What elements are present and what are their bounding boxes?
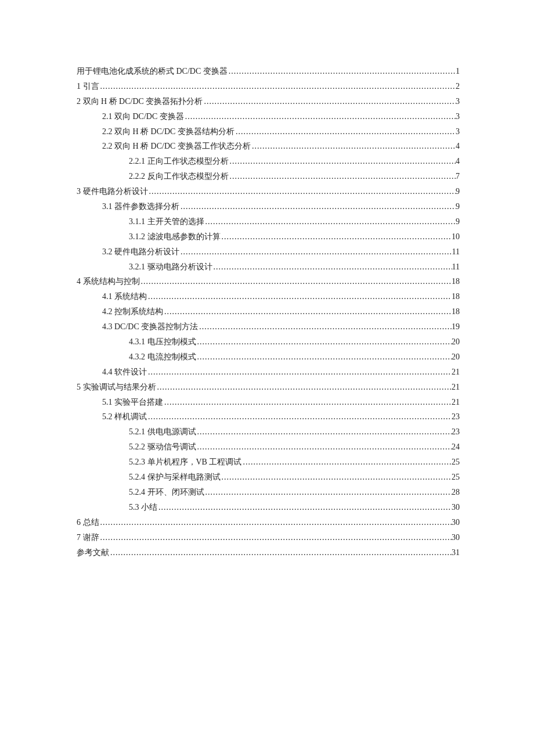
- toc-entry-page: 23: [452, 424, 460, 440]
- toc-dot-leader: [196, 440, 452, 455]
- toc-dot-leader: [163, 304, 452, 319]
- toc-entry-label: 2.2.2 反向工作状态模型分析: [129, 169, 229, 184]
- toc-entry-label: 1 引言: [77, 79, 99, 94]
- toc-entry-label: 6 总结: [77, 515, 99, 530]
- toc-dot-leader: [204, 214, 456, 229]
- toc-entry-page: 1: [456, 64, 460, 79]
- toc-entry[interactable]: 4.3.1 电压控制模式20: [77, 334, 460, 350]
- toc-entry-label: 4.3.1 电压控制模式: [129, 334, 196, 350]
- toc-dot-leader: [221, 229, 452, 244]
- toc-dot-leader: [196, 350, 452, 365]
- toc-dot-leader: [148, 184, 456, 199]
- toc-entry[interactable]: 4.3.2 电流控制模式20: [77, 350, 460, 365]
- toc-entry[interactable]: 5.2.4 保护与采样电路测试25: [77, 470, 460, 485]
- toc-entry[interactable]: 6 总结30: [77, 515, 460, 530]
- toc-entry-page: 19: [452, 319, 460, 334]
- toc-dot-leader: [241, 455, 452, 470]
- toc-entry[interactable]: 4.3 DC/DC 变换器控制方法19: [77, 319, 460, 334]
- toc-dot-leader: [99, 515, 452, 530]
- toc-entry-page: 21: [452, 380, 460, 395]
- toc-entry[interactable]: 4.1 系统结构18: [77, 289, 460, 304]
- toc-entry-label: 参考文献: [77, 545, 109, 560]
- toc-entry-label: 5.2.1 供电电源调试: [129, 424, 196, 440]
- toc-entry-label: 3.1.1 主开关管的选择: [129, 214, 204, 229]
- toc-dot-leader: [212, 260, 452, 275]
- toc-entry[interactable]: 2.2 双向 H 桥 DC/DC 变换器结构分析3: [77, 124, 460, 139]
- toc-entry[interactable]: 5.2.2 驱动信号调试24: [77, 440, 460, 455]
- toc-entry-page: 28: [452, 485, 460, 500]
- toc-entry[interactable]: 3 硬件电路分析设计9: [77, 184, 460, 199]
- toc-entry[interactable]: 7 谢辞30: [77, 530, 460, 545]
- toc-dot-leader: [140, 274, 452, 289]
- toc-entry-page: 11: [452, 260, 460, 275]
- toc-entry-page: 18: [452, 304, 460, 319]
- toc-entry-label: 2.1 双向 DC/DC 变换器: [102, 109, 184, 124]
- toc-dot-leader: [221, 470, 452, 485]
- toc-entry[interactable]: 1 引言2: [77, 79, 460, 94]
- toc-entry-label: 2.2 双向 H 桥 DC/DC 变换器工作状态分析: [102, 139, 251, 154]
- toc-dot-leader: [163, 395, 452, 410]
- toc-entry[interactable]: 2.2 双向 H 桥 DC/DC 变换器工作状态分析4: [77, 139, 460, 154]
- toc-entry-label: 7 谢辞: [77, 530, 99, 545]
- toc-entry-page: 2: [456, 79, 460, 94]
- toc-dot-leader: [251, 139, 456, 154]
- toc-entry[interactable]: 2.2.2 反向工作状态模型分析7: [77, 169, 460, 184]
- toc-dot-leader: [203, 94, 456, 109]
- toc-entry-label: 3.2 硬件电路分析设计: [102, 244, 179, 260]
- toc-entry-label: 4 系统结构与控制: [77, 274, 140, 289]
- toc-dot-leader: [204, 485, 452, 500]
- toc-dot-leader: [196, 424, 452, 440]
- toc-entry-page: 3: [456, 109, 460, 124]
- toc-dot-leader: [109, 545, 452, 560]
- toc-entry[interactable]: 4.4 软件设计21: [77, 365, 460, 380]
- toc-entry-page: 23: [452, 409, 460, 424]
- toc-entry[interactable]: 5.3 小结30: [77, 500, 460, 515]
- toc-entry-page: 3: [456, 94, 460, 109]
- toc-entry-label: 2.2 双向 H 桥 DC/DC 变换器结构分析: [102, 124, 234, 139]
- toc-dot-leader: [179, 199, 456, 214]
- toc-entry[interactable]: 4.2 控制系统结构18: [77, 304, 460, 319]
- toc-entry[interactable]: 参考文献31: [77, 545, 460, 560]
- toc-entry[interactable]: 5.2.1 供电电源调试23: [77, 424, 460, 440]
- toc-entry-label: 4.2 控制系统结构: [102, 304, 163, 319]
- toc-entry[interactable]: 2.1 双向 DC/DC 变换器3: [77, 109, 460, 124]
- toc-entry[interactable]: 3.2 硬件电路分析设计11: [77, 244, 460, 260]
- toc-entry[interactable]: 5.2.3 单片机程序，VB 工程调试25: [77, 455, 460, 470]
- table-of-contents: 用于锂电池化成系统的桥式 DC/DC 变换器11 引言22 双向 H 桥 DC/…: [77, 64, 460, 560]
- toc-entry-page: 25: [452, 470, 460, 485]
- toc-entry-label: 4.3 DC/DC 变换器控制方法: [102, 319, 198, 334]
- toc-dot-leader: [179, 244, 452, 260]
- toc-dot-leader: [147, 289, 452, 304]
- toc-entry[interactable]: 2.2.1 正向工作状态模型分析4: [77, 154, 460, 169]
- toc-entry[interactable]: 3.1.1 主开关管的选择9: [77, 214, 460, 229]
- toc-dot-leader: [147, 409, 452, 424]
- toc-entry[interactable]: 2 双向 H 桥 DC/DC 变换器拓扑分析3: [77, 94, 460, 109]
- toc-entry[interactable]: 5.2.4 开环、闭环测试28: [77, 485, 460, 500]
- toc-entry[interactable]: 4 系统结构与控制18: [77, 274, 460, 289]
- toc-entry-label: 4.1 系统结构: [102, 289, 147, 304]
- toc-entry-page: 18: [452, 289, 460, 304]
- toc-entry-label: 3.2.1 驱动电路分析设计: [129, 260, 212, 275]
- toc-entry[interactable]: 3.1 器件参数选择分析9: [77, 199, 460, 214]
- toc-dot-leader: [229, 169, 456, 184]
- toc-entry[interactable]: 3.1.2 滤波电感参数的计算10: [77, 229, 460, 244]
- toc-entry[interactable]: 5 实验调试与结果分析21: [77, 380, 460, 395]
- toc-entry[interactable]: 用于锂电池化成系统的桥式 DC/DC 变换器1: [77, 64, 460, 79]
- toc-entry-label: 3.1.2 滤波电感参数的计算: [129, 229, 221, 244]
- toc-entry-page: 9: [456, 184, 460, 199]
- toc-dot-leader: [99, 79, 456, 94]
- toc-entry-page: 25: [452, 455, 460, 470]
- toc-entry-page: 31: [452, 545, 460, 560]
- toc-entry[interactable]: 5.2 样机调试23: [77, 409, 460, 424]
- toc-entry[interactable]: 3.2.1 驱动电路分析设计11: [77, 260, 460, 275]
- toc-dot-leader: [228, 64, 456, 79]
- toc-entry-page: 7: [456, 169, 460, 184]
- toc-entry[interactable]: 5.1 实验平台搭建21: [77, 395, 460, 410]
- toc-entry-page: 21: [452, 365, 460, 380]
- toc-entry-page: 24: [452, 440, 460, 455]
- toc-entry-page: 11: [452, 244, 460, 260]
- toc-entry-label: 2.2.1 正向工作状态模型分析: [129, 154, 229, 169]
- toc-entry-label: 5.2.2 驱动信号调试: [129, 440, 196, 455]
- toc-entry-label: 2 双向 H 桥 DC/DC 变换器拓扑分析: [77, 94, 203, 109]
- toc-entry-label: 4.3.2 电流控制模式: [129, 350, 196, 365]
